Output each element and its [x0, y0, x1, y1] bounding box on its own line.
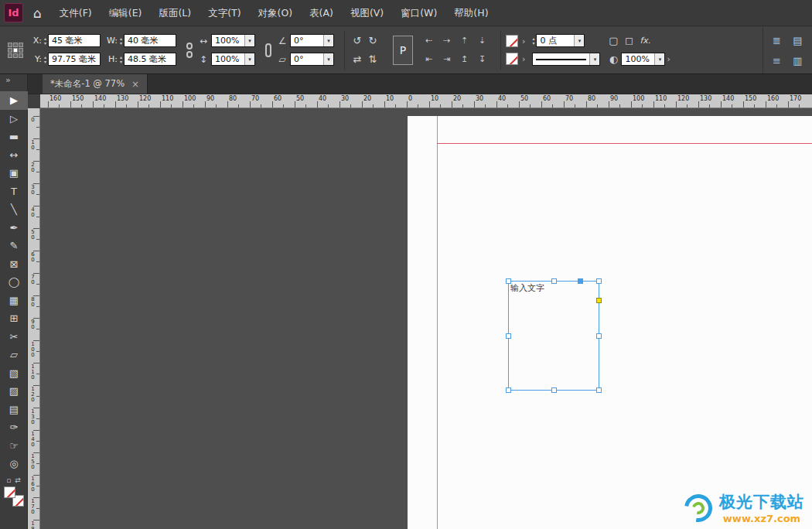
distribute-icon-3[interactable]: ⇡ — [461, 36, 468, 46]
close-tab-icon[interactable]: × — [131, 79, 139, 90]
eyedropper-tool[interactable]: ✑ — [0, 418, 28, 437]
menu-object[interactable]: 对象(O) — [250, 0, 302, 26]
default-fill-stroke-icon[interactable]: ▫ — [6, 476, 11, 484]
fx-button[interactable]: fx. — [640, 36, 650, 46]
fill-stroke-proxy[interactable] — [4, 486, 24, 507]
distribute-icon-5[interactable]: ⇤ — [425, 54, 432, 64]
frame-handle-nw[interactable] — [506, 278, 511, 284]
frame-selected-handle[interactable] — [578, 278, 583, 284]
pencil-tool[interactable]: ✎ — [0, 237, 28, 255]
gap-tool[interactable]: ↔ — [0, 146, 28, 165]
opacity-select[interactable]: 100% ▾ — [621, 53, 665, 66]
dropdown-arrow-icon[interactable]: ▾ — [244, 35, 254, 46]
fill-swatch-expander-icon[interactable]: › — [520, 54, 527, 64]
scissors-tool[interactable]: ✂ — [0, 328, 28, 346]
dropdown-arrow-icon[interactable]: ▾ — [323, 53, 333, 65]
home-icon[interactable]: ⌂ — [33, 5, 42, 21]
content-collector-tool[interactable]: ▣ — [0, 164, 28, 183]
ruler-corner[interactable] — [28, 94, 40, 108]
gradient-tool[interactable]: ▧ — [0, 364, 28, 383]
frame-handle-n[interactable] — [551, 278, 557, 284]
stroke-color-swatch[interactable] — [506, 35, 518, 47]
width-stepper[interactable]: ▴ ▾ — [120, 36, 122, 46]
menu-file[interactable]: 文件(F) — [51, 0, 101, 26]
rotation-angle-select[interactable]: 0° ▾ — [290, 34, 334, 47]
dropdown-arrow-icon[interactable]: ▾ — [323, 35, 333, 46]
horizontal-ruler[interactable]: 1601501401301201101009080706050403020100… — [40, 94, 812, 108]
character-controls-button[interactable]: ▤ — [789, 32, 807, 49]
stroke-proxy-swatch[interactable] — [4, 486, 15, 498]
stepper-down-icon[interactable]: ▾ — [120, 60, 122, 64]
dropdown-arrow-icon[interactable]: ▾ — [244, 53, 254, 65]
free-transform-tool[interactable]: ▱ — [0, 346, 28, 364]
frame-handle-sw[interactable] — [506, 387, 511, 393]
effects-icon[interactable]: ◻ — [621, 35, 636, 46]
distribute-icon-8[interactable]: ↧ — [479, 54, 486, 64]
stepper-down-icon[interactable]: ▾ — [532, 41, 534, 46]
flip-vertical-button[interactable]: ⇅ — [365, 53, 380, 65]
distribute-icon-1[interactable]: ⇠ — [425, 36, 432, 46]
menu-help[interactable]: 帮助(H) — [445, 0, 496, 26]
selection-tool[interactable]: ▶ — [0, 91, 28, 110]
opacity-expander-icon[interactable]: › — [665, 54, 671, 64]
scale-y-select[interactable]: 100% ▾ — [211, 53, 255, 66]
dropdown-arrow-icon[interactable]: ▾ — [654, 53, 664, 65]
document-canvas[interactable]: 输入文字 极光下载站 www.xz7.com — [40, 108, 812, 529]
frame-handle-e[interactable] — [596, 333, 602, 339]
rotate-ccw-button[interactable]: ↺ — [350, 35, 365, 46]
constrain-dimensions-icon[interactable] — [186, 43, 193, 58]
swap-fill-stroke-icon[interactable]: ⇄ — [15, 476, 21, 484]
frame-handle-s[interactable] — [551, 387, 557, 393]
fill-color-swatch[interactable] — [506, 53, 518, 65]
grid-tool[interactable]: ▦ — [0, 292, 28, 310]
stroke-style-select[interactable]: ▾ — [532, 53, 600, 66]
stepper-down-icon[interactable]: ▾ — [44, 60, 46, 64]
height-input[interactable]: 48.5 毫米 — [124, 53, 176, 66]
hand-tool[interactable]: ☞ — [0, 437, 28, 456]
distribute-icon-2[interactable]: ⇢ — [443, 36, 450, 46]
line-tool[interactable]: ╲ — [0, 200, 28, 219]
rectangle-frame-tool[interactable]: ⊠ — [0, 255, 28, 274]
ellipse-tool[interactable]: ◯ — [0, 273, 28, 292]
rotate-cw-button[interactable]: ↻ — [365, 35, 380, 46]
menu-type[interactable]: 文字(T) — [200, 0, 249, 26]
distribute-icon-4[interactable]: ⇣ — [479, 36, 486, 46]
x-input[interactable]: 45 毫米 — [48, 34, 101, 47]
frame-handle-w[interactable] — [506, 333, 511, 339]
dropdown-arrow-icon[interactable]: ▾ — [574, 35, 584, 46]
selected-text-frame[interactable]: 输入文字 — [508, 281, 599, 391]
direct-selection-tool[interactable]: ▷ — [0, 110, 28, 128]
shear-angle-select[interactable]: 0° ▾ — [290, 53, 334, 66]
frame-placeholder-text[interactable]: 输入文字 — [510, 282, 544, 294]
y-input[interactable]: 97.75 毫米 — [48, 53, 101, 66]
menu-layout[interactable]: 版面(L) — [150, 0, 200, 26]
stroke-weight-stepper[interactable]: ▴ ▾ — [532, 36, 534, 46]
constrain-scale-icon[interactable] — [265, 43, 271, 57]
page[interactable] — [408, 116, 812, 529]
stroke-weight-select[interactable]: 0 点 ▾ — [536, 34, 585, 47]
type-tool[interactable]: T — [0, 183, 28, 201]
stroke-swatch-expander-icon[interactable]: › — [520, 36, 527, 46]
dropdown-arrow-icon[interactable]: ▾ — [589, 53, 599, 65]
table-tool[interactable]: ⊞ — [0, 309, 28, 328]
corner-options-icon[interactable]: ▢ — [606, 35, 621, 46]
frame-handle-se[interactable] — [596, 387, 602, 393]
text-frame-options-button[interactable]: ≡ — [768, 52, 786, 69]
zoom-tool[interactable]: ◎ — [0, 455, 28, 473]
transparency-icon[interactable]: ◐ — [606, 53, 621, 65]
gradient-feather-tool[interactable]: ▨ — [0, 382, 28, 401]
menu-edit[interactable]: 编辑(E) — [101, 0, 151, 26]
menu-table[interactable]: 表(A) — [301, 0, 342, 26]
note-tool[interactable]: ▤ — [0, 401, 28, 419]
distribute-icon-7[interactable]: ↥ — [461, 54, 468, 64]
width-input[interactable]: 40 毫米 — [124, 34, 176, 47]
scale-x-select[interactable]: 100% ▾ — [211, 34, 255, 47]
menu-view[interactable]: 视图(V) — [342, 0, 392, 26]
corner-edit-handle[interactable] — [596, 298, 602, 303]
pen-tool[interactable]: ✒ — [0, 219, 28, 237]
y-stepper[interactable]: ▴ ▾ — [44, 55, 46, 64]
paragraph-controls-button[interactable]: ≣ — [768, 32, 786, 49]
frame-handle-ne[interactable] — [596, 278, 602, 284]
vertical-ruler[interactable]: 0102030405060708090100110120130140150160… — [28, 108, 40, 529]
x-stepper[interactable]: ▴ ▾ — [44, 36, 46, 46]
